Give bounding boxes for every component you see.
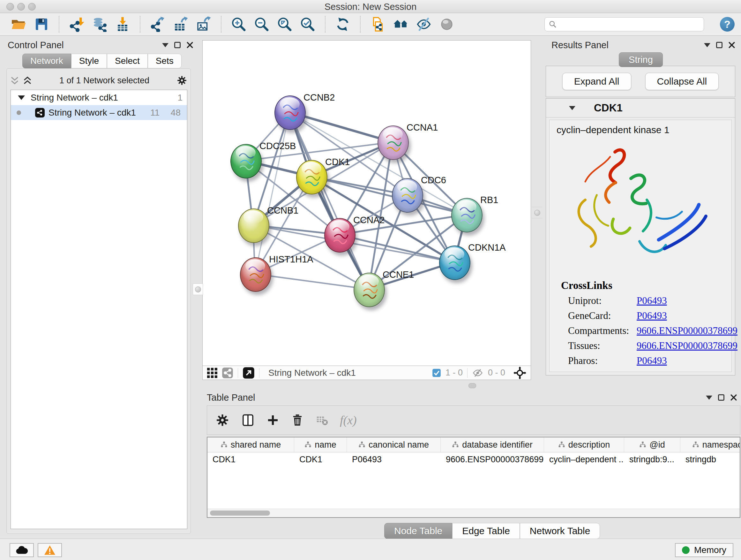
pan-crosshair-icon[interactable] bbox=[514, 367, 526, 379]
clone-network-icon[interactable] bbox=[370, 17, 386, 32]
search-input[interactable] bbox=[557, 19, 700, 30]
float-panel-icon[interactable] bbox=[718, 394, 724, 401]
float-panel-icon[interactable] bbox=[174, 42, 181, 48]
crosslink-value-link[interactable]: P06493 bbox=[636, 310, 667, 321]
network-collection-row[interactable]: String Network – cdk1 1 bbox=[11, 90, 187, 105]
column-header-database-identifier[interactable]: database identifier bbox=[441, 437, 544, 452]
crosslink-row: Uniprot:P06493 bbox=[568, 295, 667, 307]
collapse-all-icon[interactable] bbox=[10, 76, 19, 85]
crosslink-value-link[interactable]: 9606.ENSP00000378699 bbox=[636, 340, 738, 352]
network-node-HIST1H1A[interactable] bbox=[240, 257, 271, 292]
cloud-button[interactable] bbox=[10, 543, 34, 557]
zoom-selected-icon[interactable] bbox=[300, 17, 315, 32]
tab-style[interactable]: Style bbox=[71, 54, 107, 68]
crosslink-value-link[interactable]: 9606.ENSP00000378699 bbox=[636, 325, 738, 336]
create-column-icon[interactable] bbox=[266, 414, 279, 427]
warnings-button[interactable] bbox=[38, 543, 62, 557]
zoom-fit-icon[interactable] bbox=[277, 17, 292, 32]
memory-button[interactable]: Memory bbox=[675, 543, 733, 557]
crosslink-value-link[interactable]: P06493 bbox=[636, 295, 667, 307]
import-network-file-icon[interactable] bbox=[69, 17, 84, 32]
network-view-mode-icon[interactable] bbox=[222, 367, 233, 379]
export-network-icon[interactable] bbox=[150, 17, 165, 32]
table-row[interactable]: CDK1CDK1P064939606.ENSP00000378699cyclin… bbox=[207, 452, 740, 466]
protein-section-header[interactable]: CDK1 bbox=[546, 99, 735, 118]
selected-nodes-checkbox-icon[interactable] bbox=[432, 368, 441, 377]
tab-network[interactable]: Network bbox=[22, 54, 71, 68]
tab-select[interactable]: Select bbox=[107, 54, 148, 68]
zoom-in-icon[interactable] bbox=[231, 17, 246, 32]
crosslink-value-link[interactable]: P06493 bbox=[636, 355, 667, 367]
birds-eye-view-icon[interactable] bbox=[243, 367, 255, 379]
horizontal-splitter-handle[interactable] bbox=[468, 383, 476, 388]
zoom-out-icon[interactable] bbox=[254, 17, 269, 32]
float-panel-icon[interactable] bbox=[716, 42, 723, 48]
panel-menu-icon[interactable] bbox=[706, 395, 712, 400]
network-node-CCNA1[interactable] bbox=[378, 125, 409, 160]
tab-sets[interactable]: Sets bbox=[148, 54, 182, 68]
table-cell: CDK1 bbox=[207, 452, 294, 466]
network-node-CCNB1[interactable] bbox=[238, 208, 269, 243]
results-panel-title: Results Panel bbox=[551, 40, 609, 51]
export-table-icon[interactable] bbox=[173, 17, 188, 32]
node-count: 11 bbox=[140, 108, 159, 118]
collapse-all-button[interactable]: Collapse All bbox=[645, 73, 719, 90]
import-network-database-icon[interactable] bbox=[92, 17, 107, 32]
tab-network-table[interactable]: Network Table bbox=[520, 523, 600, 539]
show-all-icon[interactable] bbox=[439, 17, 455, 32]
network-node-CDC25B[interactable] bbox=[230, 144, 262, 179]
hidden-elements-icon[interactable] bbox=[472, 367, 483, 379]
import-table-icon[interactable] bbox=[115, 17, 130, 32]
delete-column-icon[interactable] bbox=[291, 414, 304, 427]
hide-selected-icon[interactable] bbox=[416, 17, 431, 32]
network-node-CCNE1[interactable] bbox=[354, 273, 385, 307]
network-node-CDK1[interactable] bbox=[296, 160, 327, 194]
close-panel-icon[interactable] bbox=[730, 394, 737, 401]
panel-menu-icon[interactable] bbox=[704, 43, 711, 47]
tab-node-table[interactable]: Node Table bbox=[384, 523, 452, 539]
update-network-icon[interactable] bbox=[335, 17, 350, 32]
export-image-icon[interactable] bbox=[196, 17, 211, 32]
expand-all-button[interactable]: Expand All bbox=[562, 73, 631, 90]
column-header-namespace[interactable]: namespace bbox=[680, 437, 740, 452]
right-splitter-handle[interactable] bbox=[532, 207, 542, 219]
tab-string[interactable]: String bbox=[619, 52, 663, 67]
network-node-CDKN1A[interactable] bbox=[439, 246, 470, 280]
column-header-canonical-name[interactable]: canonical name bbox=[347, 437, 441, 452]
network-edge-CCNB2-HIST1H1A[interactable] bbox=[255, 112, 289, 274]
network-node-RB1[interactable] bbox=[451, 198, 482, 233]
network-canvas[interactable]: CCNB2CCNA1CDC25BCDK1CDC6RB1CCNB1CCNA2CDK… bbox=[202, 40, 531, 366]
grid-view-icon[interactable] bbox=[207, 368, 217, 378]
panel-menu-icon[interactable] bbox=[162, 43, 169, 47]
column-header-label: @id bbox=[650, 440, 665, 450]
show-columns-icon[interactable] bbox=[241, 413, 255, 427]
help-button[interactable]: ? bbox=[720, 17, 735, 32]
column-header-name[interactable]: name bbox=[294, 437, 347, 452]
save-session-icon[interactable] bbox=[34, 17, 49, 32]
collection-expand-icon[interactable] bbox=[18, 96, 25, 100]
column-header-shared-name[interactable]: shared name bbox=[207, 437, 294, 452]
column-header-description[interactable]: description bbox=[544, 437, 624, 452]
expand-all-icon[interactable] bbox=[23, 76, 32, 85]
tab-edge-table[interactable]: Edge Table bbox=[452, 523, 520, 539]
network-node-CCNA2[interactable] bbox=[324, 218, 355, 253]
close-panel-icon[interactable] bbox=[728, 42, 735, 49]
help-glyph: ? bbox=[724, 18, 731, 30]
open-session-icon[interactable] bbox=[11, 17, 26, 32]
network-node-CDC6[interactable] bbox=[392, 178, 423, 212]
node-structure-image bbox=[325, 219, 355, 252]
close-panel-icon[interactable] bbox=[186, 42, 193, 49]
network-options-gear-icon[interactable] bbox=[177, 75, 187, 86]
network-edge-HIST1H1A-CCNE1[interactable] bbox=[255, 274, 368, 289]
scrollbar-thumb[interactable] bbox=[210, 510, 270, 516]
node-label-CCNB2: CCNB2 bbox=[304, 92, 335, 103]
column-type-icon bbox=[692, 441, 699, 448]
table-options-gear-icon[interactable] bbox=[215, 413, 229, 427]
network-row[interactable]: String Network – cdk1 11 48 bbox=[11, 105, 187, 120]
section-expand-icon[interactable] bbox=[569, 106, 576, 110]
column-header-@id[interactable]: @id bbox=[624, 437, 680, 452]
first-neighbors-icon[interactable] bbox=[393, 17, 408, 32]
left-splitter-handle[interactable] bbox=[193, 284, 203, 295]
network-node-CCNB2[interactable] bbox=[274, 96, 306, 130]
table-horizontal-scrollbar[interactable] bbox=[207, 509, 740, 517]
